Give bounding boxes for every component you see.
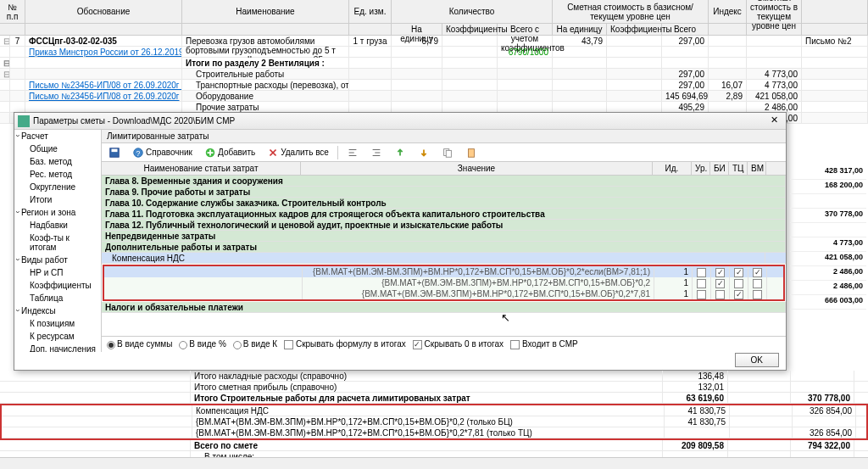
table-header: № п.п Обоснование Наименование Ед. изм. … — [0, 0, 868, 24]
indent-right-icon[interactable] — [367, 146, 386, 159]
total-row: Всего по смете209 809,58794 322,00 — [0, 440, 868, 451]
total-row: Компенсация НДС41 830,75326 854,00 — [2, 405, 866, 416]
chapter-row[interactable]: Глава 8. Временные здания и сооружения — [102, 176, 786, 187]
horizontal-scrollbar[interactable] — [0, 457, 868, 469]
formula-row[interactable]: {ВМ.МАТ+(ВМ.ЭМ-ВМ.ЗПМ)+ВМ.НР*0,172+ВМ.СП… — [104, 288, 783, 299]
arrow-down-icon[interactable] — [415, 146, 433, 159]
formula-highlight-box: {ВМ.МАТ+(ВМ.ЭМ-ВМ.ЗПМ)+ВМ.НР*0,172+ВМ.СП… — [103, 265, 785, 301]
compensation-highlight-box: Компенсация НДС41 830,75326 854,00{ВМ.МА… — [0, 404, 868, 440]
save-tb-button[interactable] — [105, 146, 124, 159]
dialog-nav-tree[interactable]: РасчетОбщиеБаз. методРес. методОкруглени… — [14, 130, 102, 352]
chapter-row[interactable]: Глава 9. Прочие работы и затраты — [102, 187, 786, 198]
grid-header: Наименование статьи затрат Значение Ид. … — [102, 162, 786, 176]
copy-icon[interactable] — [438, 146, 457, 159]
chapter-row[interactable]: Дополнительные работы и затраты — [102, 242, 786, 253]
dialog-title: Параметры сметы - Download\МДС 2020\БИМ … — [33, 116, 765, 126]
sub-row[interactable]: Компенсация НДС — [102, 253, 786, 264]
nav-item[interactable]: Баз. метод — [14, 155, 101, 168]
dialog-titlebar[interactable]: Параметры сметы - Download\МДС 2020\БИМ … — [14, 113, 786, 130]
formula-row[interactable]: {ВМ.МАТ+(ВМ.ЭМ-ВМ.ЗПМ)+ВМ.НР*0,172+ВМ.СП… — [104, 266, 783, 277]
dialog-toolbar: ?Справочник Добавить Удалить все — [102, 143, 786, 162]
bottom-totals: Итого накладные расходы (справочно)136,4… — [0, 371, 868, 469]
col-unit-header: Ед. изм. — [349, 0, 392, 23]
dialog-footer: В виде суммы В виде % В виде К Скрывать … — [102, 336, 786, 352]
total-row: Итого сметная прибыль (справочно)132,01 — [0, 382, 868, 393]
col-cur-header: Сметная стоимость в текущем уровне цен — [747, 0, 802, 23]
nav-item[interactable]: Коэффициенты — [14, 279, 101, 292]
nav-item[interactable]: Надбавки — [14, 219, 101, 232]
grid-body[interactable]: Глава 8. Временные здания и сооруженияГл… — [102, 176, 786, 336]
total-row: {ВМ.МАТ+(ВМ.ЭМ-ВМ.ЗПМ)+ВМ.НР*0,172+ВМ.СП… — [2, 416, 866, 427]
nav-item[interactable]: Виды работ — [14, 254, 101, 266]
check-hide-formula[interactable]: Скрывать формулу в итогах — [284, 339, 406, 349]
chapter-row[interactable]: Непредвиденные затраты — [102, 231, 786, 242]
svg-rect-7 — [468, 148, 474, 157]
nav-item[interactable]: К ресурсам — [14, 330, 101, 343]
ok-button[interactable]: OK — [735, 353, 779, 367]
arrow-up-icon[interactable] — [391, 146, 409, 159]
background-estimate-table: № п.п Обоснование Наименование Ед. изм. … — [0, 0, 868, 124]
nav-item[interactable]: Расчет — [14, 130, 101, 142]
indent-left-icon[interactable] — [343, 146, 362, 159]
nav-item[interactable]: Округление — [14, 181, 101, 193]
help-button[interactable]: ?Справочник — [129, 146, 196, 159]
dialog-tab-header: Лимитированные затраты — [102, 130, 786, 143]
col-num-header: № п.п — [0, 0, 25, 23]
check-hide-zero[interactable]: Скрывать 0 в итогах — [413, 339, 504, 349]
nav-item[interactable]: Итоги — [14, 193, 101, 206]
col-idx-header: Индекс — [709, 0, 747, 23]
col-name-header: Наименование — [182, 0, 349, 23]
nav-item[interactable]: Коэф-ты к итогам — [14, 232, 101, 254]
svg-text:?: ? — [136, 148, 141, 157]
total-row: Итого накладные расходы (справочно)136,4… — [0, 371, 868, 382]
nav-item[interactable]: НР и СП — [14, 266, 101, 279]
nav-item[interactable]: Общие — [14, 142, 101, 155]
radio-sum[interactable]: В виде суммы — [107, 339, 172, 349]
svg-rect-6 — [446, 150, 451, 157]
chapter-row[interactable]: Глава 12. Публичный технологический и це… — [102, 220, 786, 231]
total-row: {ВМ.МАТ+(ВМ.ЭМ-ВМ.ЗПМ)+ВМ.НР*0,172+ВМ.СП… — [2, 427, 866, 438]
chapter-row[interactable]: Глава 11. Подготовка эксплуатационных ка… — [102, 209, 786, 220]
nav-item[interactable]: Таблица — [14, 292, 101, 304]
add-button[interactable]: Добавить — [201, 146, 259, 159]
col-basis-header: Обоснование — [25, 0, 182, 23]
chapter-row[interactable]: Глава 10. Содержание службы заказчика. С… — [102, 198, 786, 209]
paste-icon[interactable] — [462, 146, 481, 159]
col-qty-header: Количество — [392, 0, 553, 23]
estimate-params-dialog: Параметры сметы - Download\МДС 2020\БИМ … — [14, 112, 787, 371]
dialog-icon — [18, 115, 30, 127]
delete-all-button[interactable]: Удалить все — [264, 146, 332, 159]
nav-item[interactable]: Индексы — [14, 304, 101, 317]
nav-item[interactable]: Доп. начисления — [14, 343, 101, 352]
radio-coef[interactable]: В виде К — [233, 339, 277, 349]
check-smr[interactable]: Входит в СМР — [510, 339, 578, 349]
svg-rect-1 — [112, 148, 118, 152]
total-row: Итого Строительные работы для расчета ли… — [0, 393, 868, 404]
table-subheader: На единицу Коэффициенты Всего с учетом к… — [0, 24, 868, 36]
nav-item[interactable]: Регион и зона — [14, 206, 101, 219]
formula-row[interactable]: {ВМ.МАТ+(ВМ.ЭМ-ВМ.ЗПМ)+ВМ.НР*0,172+ВМ.СП… — [104, 277, 783, 288]
nav-item[interactable]: Рес. метод — [14, 168, 101, 181]
col-cost-header: Сметная стоимость в базисном/текущем уро… — [553, 0, 709, 23]
radio-percent[interactable]: В виде % — [179, 339, 225, 349]
close-button[interactable]: ✕ — [765, 114, 782, 128]
right-totals-column: 428 317,00168 200,00370 778,004 773,0042… — [790, 165, 866, 310]
chapter-row[interactable]: Налоги и обязательные платежи — [102, 302, 786, 313]
nav-item[interactable]: К позициям — [14, 317, 101, 330]
